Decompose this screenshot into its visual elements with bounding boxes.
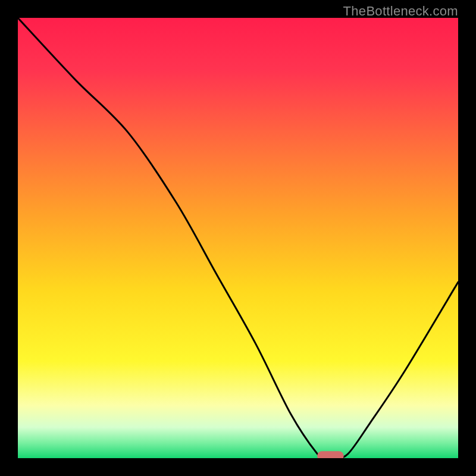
chart-frame: TheBottleneck.com	[0, 0, 476, 476]
watermark-text: TheBottleneck.com	[343, 4, 458, 19]
optimum-marker	[317, 451, 343, 458]
chart-svg	[18, 18, 458, 458]
plot-area	[18, 18, 458, 458]
